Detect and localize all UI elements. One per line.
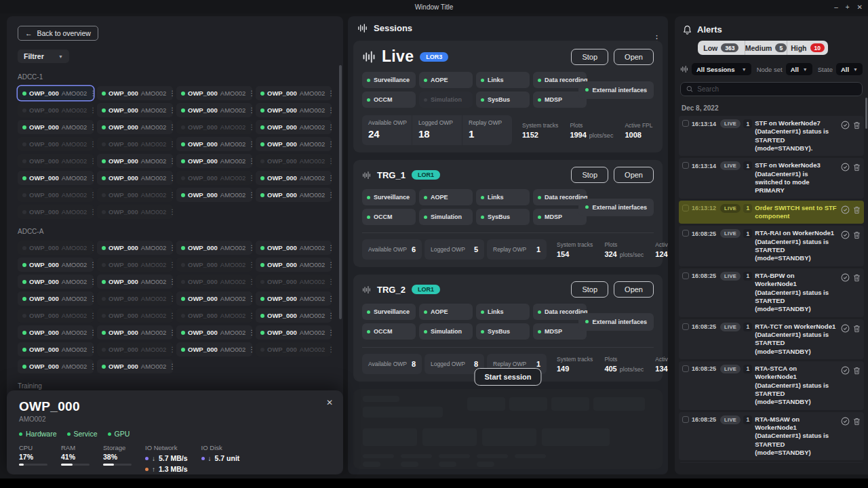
kebab-menu-icon[interactable]: ⋮ [248, 262, 255, 268]
kebab-menu-icon[interactable]: ⋮ [248, 329, 255, 336]
acknowledge-icon[interactable] [841, 230, 850, 242]
owp-item[interactable]: OWP_000AMO002⋮ [97, 308, 173, 323]
owp-item[interactable]: OWP_000AMO002⋮ [176, 291, 252, 306]
acknowledge-icon[interactable] [841, 416, 850, 428]
owp-item[interactable]: OWP_000AMO002⋮ [18, 120, 94, 134]
owp-item[interactable]: OWP_000AMO002⋮ [176, 274, 252, 289]
owp-item[interactable]: OWP_000AMO002⋮ [97, 325, 173, 340]
owp-item[interactable]: OWP_000AMO002⋮ [176, 137, 252, 151]
alert-checkbox[interactable] [682, 230, 689, 237]
alert-row[interactable]: 16:13:12LIVE1Order SWITCH sent to STF co… [679, 201, 864, 224]
kebab-menu-icon[interactable]: ⋮ [248, 90, 255, 97]
acknowledge-icon[interactable] [841, 205, 850, 217]
external-interfaces-chip[interactable]: External interfaces [578, 81, 654, 99]
trash-icon[interactable] [853, 230, 861, 242]
kebab-menu-icon[interactable]: ⋮ [169, 312, 176, 319]
acknowledge-icon[interactable] [841, 120, 850, 132]
kebab-menu-icon[interactable]: ⋮ [90, 124, 96, 131]
owp-item[interactable]: OWP_000AMO002⋮ [97, 205, 173, 219]
kebab-menu-icon[interactable]: ⋮ [248, 192, 255, 199]
alert-row[interactable]: 16:13:14LIVE1STF on WorkerNode3 (DataCen… [679, 158, 864, 198]
owp-item[interactable]: OWP_000AMO002⋮ [256, 325, 332, 340]
tag-chip-links[interactable]: Links [476, 189, 530, 205]
tag-chip-aope[interactable]: AOPE [419, 72, 473, 88]
owp-item[interactable]: OWP_000AMO002⋮ [176, 120, 252, 134]
maximize-button[interactable]: + [846, 3, 850, 11]
kebab-menu-icon[interactable]: ⋮ [248, 279, 255, 285]
kebab-menu-icon[interactable]: ⋮ [328, 262, 334, 268]
kebab-menu-icon[interactable]: ⋮ [248, 175, 255, 182]
alert-checkbox[interactable] [682, 162, 689, 169]
alert-checkbox[interactable] [682, 323, 689, 330]
owp-item[interactable]: OWP_000AMO002⋮ [18, 274, 94, 289]
owp-item[interactable]: OWP_000AMO002⋮ [18, 359, 94, 373]
tag-chip-surveillance[interactable]: Surveillance [362, 189, 416, 205]
severity-high-segment[interactable]: High 10 [787, 41, 828, 55]
state-dropdown[interactable]: All ▼ [836, 63, 863, 75]
kebab-menu-icon[interactable]: ⋮ [328, 141, 334, 148]
alert-checkbox[interactable] [682, 272, 689, 279]
filter-dropdown[interactable]: Filtrer ▼ [18, 49, 69, 63]
kebab-menu-icon[interactable]: ⋮ [248, 124, 255, 131]
kebab-menu-icon[interactable]: ⋮ [169, 141, 176, 148]
kebab-menu-icon[interactable]: ⋮ [328, 245, 334, 251]
kebab-menu-icon[interactable]: ⋮ [90, 141, 96, 148]
owp-item[interactable]: OWP_000AMO002⋮ [18, 137, 94, 151]
owp-item[interactable]: OWP_000AMO002⋮ [256, 274, 332, 289]
alert-checkbox[interactable] [682, 365, 689, 372]
tag-chip-sysbus[interactable]: SysBus [476, 323, 530, 340]
owp-item[interactable]: OWP_000AMO002⋮ [97, 342, 173, 357]
kebab-menu-icon[interactable]: ⋮ [90, 329, 96, 336]
owp-item[interactable]: OWP_000AMO002⋮ [97, 137, 173, 151]
owp-item[interactable]: OWP_000AMO002⋮ [18, 258, 94, 272]
kebab-menu-icon[interactable]: ⋮ [328, 90, 334, 97]
owp-item[interactable]: OWP_000AMO002⋮ [256, 154, 332, 168]
alert-checkbox[interactable] [682, 416, 689, 423]
owp-item[interactable]: OWP_000AMO002⋮ [97, 86, 173, 100]
owp-item[interactable]: OWP_000AMO002⋮ [97, 103, 173, 117]
kebab-menu-icon[interactable]: ⋮ [90, 192, 96, 199]
alert-row[interactable]: 16:08:25LIVE1RTA-STCA on WorkerNode1 (Da… [679, 361, 864, 410]
acknowledge-icon[interactable] [841, 162, 850, 174]
owp-item[interactable]: OWP_000AMO002⋮ [176, 188, 252, 202]
owp-item[interactable]: OWP_000AMO002⋮ [18, 308, 94, 323]
tag-chip-sysbus[interactable]: SysBus [476, 92, 530, 108]
kebab-menu-icon[interactable]: ⋮ [169, 90, 176, 97]
kebab-menu-icon[interactable]: ⋮ [248, 245, 255, 251]
kebab-menu-icon[interactable]: ⋮ [169, 363, 176, 370]
tag-chip-occm[interactable]: OCCM [362, 209, 416, 225]
open-button[interactable]: Open [614, 281, 654, 298]
owp-item[interactable]: OWP_000AMO002⋮ [97, 359, 173, 373]
owp-item[interactable]: OWP_000AMO002⋮ [256, 120, 332, 134]
owp-item[interactable]: OWP_000AMO002⋮ [256, 258, 332, 272]
session-filter-dropdown[interactable]: All Sessions ▼ [692, 63, 751, 75]
owp-item[interactable]: OWP_000AMO002⋮ [18, 325, 94, 340]
tag-chip-links[interactable]: Links [476, 72, 530, 88]
minimize-button[interactable]: – [834, 3, 838, 11]
kebab-menu-icon[interactable]: ⋮ [248, 158, 255, 165]
owp-item[interactable]: OWP_000AMO002⋮ [18, 291, 94, 306]
tag-chip-simulation[interactable]: Simulation [419, 92, 473, 108]
acknowledge-icon[interactable] [841, 323, 850, 336]
alert-row[interactable]: 16:08:25LIVE1STF on WorkerNode1 (DataCen… [679, 462, 864, 463]
back-to-overview-button[interactable]: ← Back to overview [18, 26, 98, 41]
owp-item[interactable]: OWP_000AMO002⋮ [18, 86, 94, 100]
kebab-menu-icon[interactable]: ⋮ [169, 245, 176, 251]
kebab-menu-icon[interactable]: ⋮ [169, 124, 176, 131]
owp-item[interactable]: OWP_000AMO002⋮ [97, 274, 173, 289]
tag-chip-occm[interactable]: OCCM [362, 323, 416, 340]
kebab-menu-icon[interactable]: ⋮ [90, 175, 96, 182]
close-window-button[interactable]: ✕ [857, 3, 863, 11]
kebab-menu-icon[interactable]: ⋮ [328, 107, 334, 114]
owp-item[interactable]: OWP_000AMO002⋮ [18, 154, 94, 168]
owp-item[interactable]: OWP_000AMO002⋮ [176, 258, 252, 272]
kebab-menu-icon[interactable]: ⋮ [90, 158, 96, 165]
kebab-menu-icon[interactable]: ⋮ [90, 245, 96, 251]
owp-item[interactable]: OWP_000AMO002⋮ [97, 120, 173, 134]
kebab-menu-icon[interactable]: ⋮ [328, 329, 334, 336]
owp-item[interactable]: OWP_000AMO002⋮ [256, 291, 332, 306]
trash-icon[interactable] [853, 323, 861, 336]
kebab-menu-icon[interactable]: ⋮ [169, 158, 176, 165]
kebab-menu-icon[interactable]: ⋮ [328, 124, 334, 131]
kebab-menu-icon[interactable]: ⋮ [169, 296, 176, 302]
